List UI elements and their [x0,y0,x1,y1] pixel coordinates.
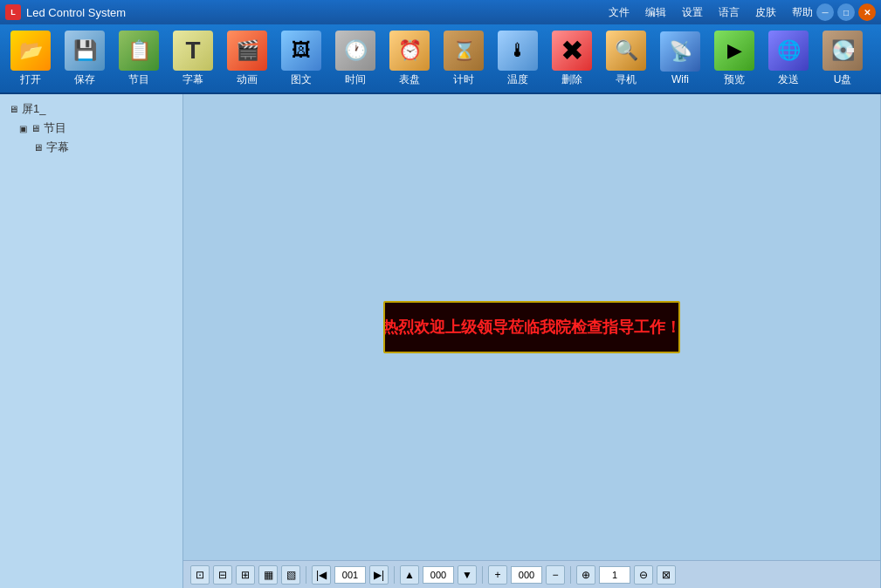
tool-send[interactable]: 🌐 发送 [763,27,814,91]
menu-settings[interactable]: 设置 [678,3,706,22]
wifi-icon: 📡 [660,31,700,72]
search-label: 寻机 [616,72,637,87]
menu-bar: 文件 编辑 设置 语言 皮肤 帮助 [605,3,816,22]
menu-language[interactable]: 语言 [715,3,743,22]
ctrl-prev-page[interactable]: |◀ [312,565,331,585]
led-text: 热烈欢迎上级领导莅临我院检查指导工作！ [383,317,680,338]
tool-subtitle[interactable]: T 字幕 [168,27,218,91]
menu-skin[interactable]: 皮肤 [752,3,780,22]
close-button[interactable]: ✕ [858,3,876,21]
clock-icon: ⏰ [389,31,430,71]
animation-label: 动画 [237,72,258,87]
ctrl-plus[interactable]: + [488,565,507,585]
program-icon: 📋 [119,31,159,71]
page-input[interactable] [334,566,366,584]
save-icon: 💾 [65,31,105,71]
tree-item-subtitle[interactable]: 🖥 字幕 [5,138,177,157]
tool-time[interactable]: 🕐 时间 [330,27,381,91]
clock-label: 表盘 [399,72,420,87]
window-controls: ─ □ ✕ [816,3,876,21]
program-tree-label: 节目 [44,120,66,136]
subtitle-tree-label: 字幕 [46,140,69,155]
subtitle-label: 字幕 [182,72,203,87]
tool-animation[interactable]: 🎬 动画 [222,27,272,91]
ctrl-next-page[interactable]: ▶| [369,565,389,585]
delete-label: 删除 [561,72,582,87]
time-label: 时间 [345,72,366,87]
control-bar: ⊡ ⊟ ⊞ ▦ ▧ |◀ ▶| ▲ ▼ + − ⊕ ⊖ ⊠ [183,560,880,588]
subtitle-tree-icon: 🖥 [33,142,43,153]
menu-help[interactable]: 帮助 [788,3,816,22]
separator2 [394,566,395,584]
tool-open[interactable]: 📂 打开 [5,27,56,91]
ctrl-grid3[interactable]: ⊞ [236,565,255,585]
ctrl-grid4[interactable]: ▦ [258,565,278,585]
temp-label: 温度 [507,72,528,87]
plus-input[interactable] [511,566,542,584]
tool-timer[interactable]: ⌛ 计时 [438,27,489,91]
ctrl-zoom-in[interactable]: ⊕ [576,565,595,585]
toolbar: 📂 打开 💾 保存 📋 节目 T 字幕 🎬 动画 🖼 图文 🕐 时间 ⏰ 表盘 … [0,24,881,94]
tool-usb[interactable]: 💽 U盘 [817,27,868,91]
separator1 [306,566,306,584]
tool-image[interactable]: 🖼 图文 [276,27,327,91]
send-icon: 🌐 [768,31,809,71]
search-icon: 🔍 [606,31,646,71]
timer-icon: ⌛ [444,31,484,71]
restore-button[interactable]: □ [837,3,855,21]
image-icon: 🖼 [281,31,321,71]
ctrl-grid1[interactable]: ⊡ [190,565,210,585]
ctrl-up[interactable]: ▲ [400,565,419,585]
tool-preview[interactable]: ▶ 预览 [709,27,760,91]
program-tree-icon: 🖥 [31,123,40,133]
menu-file[interactable]: 文件 [605,3,633,22]
up-input[interactable] [423,566,454,584]
open-label: 打开 [20,72,41,87]
animation-icon: 🎬 [227,31,267,71]
preview-label: 预览 [724,72,745,87]
tree-item-program[interactable]: ▣ 🖥 节目 [5,119,177,138]
ctrl-fit[interactable]: ⊠ [657,565,676,585]
tool-search[interactable]: 🔍 寻机 [601,27,651,91]
menu-edit[interactable]: 编辑 [642,3,670,22]
title-bar: L Led Control System 文件 编辑 设置 语言 皮肤 帮助 ─… [0,0,881,24]
ctrl-down[interactable]: ▼ [458,565,477,585]
separator4 [570,566,571,584]
ctrl-grid5[interactable]: ▧ [281,565,300,585]
left-panel: 🖥 屏1_ ▣ 🖥 节目 🖥 字幕 [0,94,183,588]
tool-wifi[interactable]: 📡 Wifi [655,28,705,89]
tool-clock[interactable]: ⏰ 表盘 [384,27,435,91]
screen-label: 屏1_ [22,101,45,117]
canvas-area: 热烈欢迎上级领导莅临我院检查指导工作！ ⊡ ⊟ ⊞ ▦ ▧ |◀ ▶| ▲ ▼ … [183,94,881,588]
zoom-input[interactable] [599,566,630,584]
wifi-label: Wifi [671,73,689,85]
time-icon: 🕐 [335,31,375,71]
app-title: Led Control System [26,6,605,19]
open-icon: 📂 [10,31,51,71]
preview-icon: ▶ [714,31,754,71]
tool-temp[interactable]: 🌡 温度 [492,27,543,91]
separator3 [482,566,483,584]
tool-program[interactable]: 📋 节目 [114,27,164,91]
timer-label: 计时 [453,72,474,87]
main-area: 🖥 屏1_ ▣ 🖥 节目 🖥 字幕 热烈欢迎上级领导莅临我院检查指导工作！ [0,94,881,588]
ctrl-grid2[interactable]: ⊟ [213,565,232,585]
app-icon: L [5,4,21,20]
led-display: 热烈欢迎上级领导莅临我院检查指导工作！ [383,301,680,353]
image-label: 图文 [291,72,312,87]
preview-canvas: 热烈欢迎上级领导莅临我院检查指导工作！ [183,94,880,560]
subtitle-icon: T [173,31,213,71]
tree-item-screen[interactable]: 🖥 屏1_ [5,99,177,119]
ctrl-minus[interactable]: − [546,565,565,585]
delete-icon: ✖ [552,31,592,71]
screen-icon: 🖥 [9,104,18,114]
usb-label: U盘 [834,72,852,87]
save-label: 保存 [74,72,95,87]
ctrl-zoom-out[interactable]: ⊖ [634,565,653,585]
temp-icon: 🌡 [498,31,538,71]
tool-save[interactable]: 💾 保存 [59,27,110,91]
minimize-button[interactable]: ─ [816,3,834,21]
expand-icon: ▣ [19,124,27,133]
send-label: 发送 [778,72,799,87]
tool-delete[interactable]: ✖ 删除 [547,27,597,91]
